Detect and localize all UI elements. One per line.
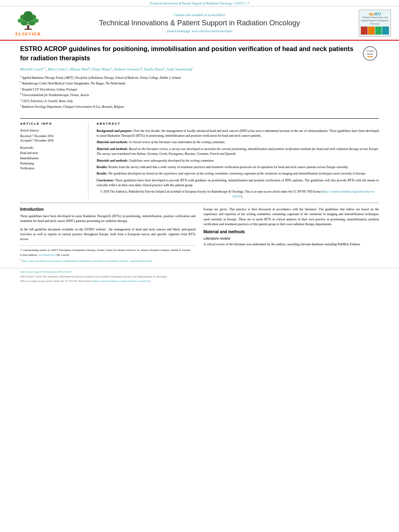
keyword-2: Immobilisation — [20, 156, 83, 161]
sciencedirect-link: Contents lists available at ScienceDirec… — [48, 13, 351, 17]
doi-link[interactable]: http://dx.doi.org/10.1016/j.tipsro.2016.… — [20, 270, 72, 273]
abstract-col: ABSTRACT Background and purpose: Over th… — [97, 122, 379, 199]
author-3: Mirjam Mastb, — [70, 67, 92, 71]
abstract-para-2: Materials and methods: A critical review… — [97, 140, 379, 145]
affiliations: a Applied Radiation Therapy Trinity (ART… — [20, 75, 359, 109]
journal-homepage: journal homepage: www.elsevier.com/locat… — [48, 29, 351, 33]
keyword-1: Head and neck — [20, 151, 83, 156]
issn-line: 2405-6324/© 2016 The Author(s). Publishe… — [20, 275, 379, 279]
material-methods-heading: Material and methods — [204, 230, 379, 234]
main-right-col: Europe are given. This practice is then … — [204, 207, 379, 264]
literature-review-heading: Literature review — [204, 236, 379, 240]
keywords-label: Keywords: — [20, 146, 83, 150]
author-4: Filipe Mourac, — [92, 67, 114, 71]
email-link[interactable]: leechm@tcd.ie — [39, 253, 56, 257]
affil-e: e USCG Policlinico A. Gemelli, Rome, Ita… — [20, 98, 359, 104]
crossmark-icon: Cross Mark — [363, 46, 377, 61]
svg-point-5 — [23, 15, 33, 22]
article-info-col: ARTICLE INFO Article history: Received 7… — [20, 122, 88, 199]
affil-b: b Radiotherapy Centre West/Medical Cente… — [20, 80, 359, 86]
keyword-3: Positioning — [20, 161, 83, 166]
article-history-label: Article history: — [20, 129, 83, 132]
author-7: Aude Vaanderingf — [167, 67, 193, 71]
cc-link[interactable]: http://creativecommons.org/licenses/by-n… — [232, 190, 375, 198]
journal-title: Technical Innovations & Patient Support … — [48, 18, 351, 28]
abstract-para-6: Results: The guidelines developed are ba… — [97, 171, 379, 176]
authors-list: Michelle Leecha,*, Mary Coffeya, Mirjam … — [20, 66, 359, 72]
journal-header: ELSEVIER Contents lists available at Sci… — [0, 6, 399, 41]
bottom-cc-link[interactable]: http://creativecommons.org/licenses/by-n… — [93, 279, 150, 283]
journal-citation: Technical Innovations & Patient Support … — [150, 2, 250, 5]
tipsro-logo: tipsRO Technical Innovations and Patient… — [359, 10, 391, 37]
author-1: Michelle Leecha,*, — [20, 67, 48, 71]
abstract-text: Background and purpose: Over the last de… — [97, 129, 379, 199]
footnote-1-link[interactable]: http://estro.org/about-us/governance-org… — [22, 259, 152, 263]
intro-para-1: These guidelines have been developed to … — [20, 214, 195, 224]
doi-section: http://dx.doi.org/10.1016/j.tipsro.2016.… — [0, 268, 399, 285]
received-date: Received 7 December 2016 — [20, 134, 83, 138]
introduction-heading: Introduction — [20, 207, 195, 212]
svg-rect-10 — [25, 29, 32, 30]
svg-text:Cross: Cross — [366, 49, 374, 52]
accepted-date: Accepted 7 December 2016 — [20, 138, 83, 143]
article-body: ESTRO ACROP guidelines for positioning, … — [0, 41, 399, 268]
footnote-1: 1 http://estro.org/about-us/governance-o… — [20, 258, 195, 263]
doi-link-line: http://dx.doi.org/10.1016/j.tipsro.2016.… — [20, 270, 379, 274]
tipsro-logo-section: tipsRO Technical Innovations and Patient… — [351, 10, 391, 37]
intro-right-para: Europe are given. This practice is then … — [204, 207, 379, 227]
elsevier-text: ELSEVIER — [15, 31, 41, 36]
author-5: Andreas Osztavicsd, — [114, 67, 144, 71]
tipsro-title: tipsRO — [361, 12, 389, 16]
main-left-col: Introduction These guidelines have been … — [20, 207, 195, 264]
footnotes: * Corresponding author at: ARTT, Discipl… — [20, 245, 195, 263]
abstract-para-5: Results: Results from the survey indicat… — [97, 165, 379, 170]
keyword-4: Verification — [20, 166, 83, 171]
crossmark-section: Cross Mark — [363, 46, 379, 62]
material-methods-para: A critical review of the literature was … — [204, 242, 379, 247]
abstract-label: ABSTRACT — [97, 122, 379, 125]
article-title-text: ESTRO ACROP guidelines for positioning, … — [20, 45, 359, 112]
elsevier-logo-section: ELSEVIER — [8, 10, 48, 36]
affil-a: a Applied Radiation Therapy Trinity (ART… — [20, 75, 359, 80]
abstract-para-1: Background and purpose: Over the last de… — [97, 129, 379, 139]
journal-header-center: Contents lists available at ScienceDirec… — [48, 13, 351, 33]
article-info-label: ARTICLE INFO — [20, 122, 83, 125]
abstract-para-4: Materials and methods: Guidelines were s… — [97, 158, 379, 163]
sciencedirect-name[interactable]: ScienceDirect — [208, 13, 226, 17]
tipsro-subtitle: Technical Innovations and Patient Suppor… — [361, 16, 389, 25]
main-content: Introduction These guidelines have been … — [20, 203, 379, 264]
homepage-url[interactable]: www.elsevier.com/locate/tipsro — [191, 29, 232, 33]
email-note: E-mail address: leechm@tcd.ie (M. Leech)… — [20, 253, 195, 257]
top-bar: Technical Innovations & Patient Support … — [0, 0, 399, 6]
elsevier-tree-icon — [16, 10, 40, 31]
corresponding-author-note: * Corresponding author at: ARTT, Discipl… — [20, 248, 195, 253]
svg-point-8 — [28, 21, 35, 25]
license-note-line: This is an open access article under the… — [20, 279, 379, 283]
tipsro-image — [361, 27, 389, 35]
author-2: Mary Coffeya, — [48, 67, 70, 71]
affil-c: c Hospital CUF Descobertas, Lisboa, Port… — [20, 86, 359, 92]
article-main-title: ESTRO ACROP guidelines for positioning, … — [20, 45, 359, 63]
affil-f: f Radiation Oncology Department, Cliniqu… — [20, 104, 359, 109]
affil-d: d Universitätsklinik für Strahlentherapi… — [20, 92, 359, 98]
abstract-para-7: Conclusions: These guidelines have been … — [97, 178, 379, 188]
svg-text:Mark: Mark — [367, 53, 373, 55]
cc-license: © 2016 The Author(s). Published by Elsev… — [97, 189, 379, 199]
article-title-section: ESTRO ACROP guidelines for positioning, … — [20, 45, 379, 114]
author-6: Danilo Pasinie, — [144, 67, 167, 71]
intro-para-2: In the full guideline document available… — [20, 226, 195, 242]
svg-point-7 — [21, 21, 28, 25]
abstract-para-3: Materials and methods: Based on the lite… — [97, 147, 379, 157]
article-info-abstract: ARTICLE INFO Article history: Received 7… — [20, 118, 379, 199]
